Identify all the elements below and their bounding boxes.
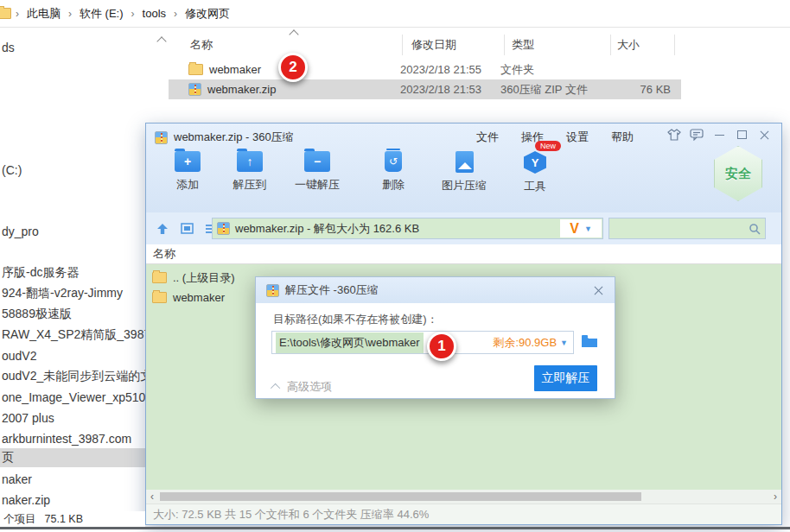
sort-caret-icon bbox=[290, 31, 297, 38]
sidebar-item[interactable]: RAW_X4_SP2精简版_3987.com bbox=[0, 326, 156, 345]
sidebar-scrollbar-up-icon[interactable] bbox=[158, 38, 165, 45]
toolbar-label: 解压到 bbox=[233, 177, 267, 193]
toolbar-label: 一键解压 bbox=[295, 177, 340, 193]
feedback-icon[interactable] bbox=[687, 127, 706, 142]
menu-file[interactable]: 文件 bbox=[476, 130, 499, 145]
file-type: 360压缩 ZIP 文件 bbox=[500, 82, 607, 98]
maximize-icon[interactable] bbox=[732, 127, 751, 142]
menu-settings[interactable]: 设置 bbox=[566, 130, 589, 145]
sidebar-item[interactable]: arkburnintest_3987.com bbox=[0, 429, 156, 448]
sidebar-item[interactable]: ds bbox=[0, 38, 156, 57]
close-icon[interactable] bbox=[755, 127, 774, 142]
breadcrumb-this-pc[interactable]: 此电脑 bbox=[27, 6, 61, 22]
folder-icon bbox=[152, 292, 167, 303]
zip-entry-label: webmaker bbox=[173, 291, 225, 304]
sidebar-item-selected[interactable]: 页 bbox=[0, 448, 156, 467]
sidebar-item[interactable]: 924-翻墙-v2ray-Jimmy bbox=[0, 284, 156, 303]
minimize-icon[interactable] bbox=[710, 127, 729, 142]
horizontal-scrollbar[interactable]: ‹ › bbox=[146, 490, 781, 504]
scroll-right-icon[interactable]: › bbox=[769, 491, 781, 503]
sidebar-item[interactable]: one_Image_Viewer_xp510.com bbox=[0, 388, 156, 407]
folder-icon bbox=[0, 8, 11, 19]
sidebar-item[interactable]: 58889极速版 bbox=[0, 305, 156, 324]
sidebar-item[interactable]: naker bbox=[0, 470, 156, 489]
file-row-webmaker-folder[interactable]: webmaker 2023/2/18 21:55 文件夹 bbox=[169, 60, 681, 79]
step-1-annotation: 1 bbox=[427, 332, 456, 361]
target-path-input[interactable]: E:\tools\修改网页\webmaker 剩余:90.9GB ▼ bbox=[271, 331, 574, 354]
zip-file-icon bbox=[188, 83, 201, 96]
column-header-date[interactable]: 修改日期 bbox=[411, 37, 456, 53]
address-dropdown[interactable]: V ▼ bbox=[560, 219, 602, 238]
breadcrumb-chevron-icon: › bbox=[174, 8, 177, 20]
toolbar-extract-to-button[interactable]: ↑ 解压到 bbox=[219, 151, 281, 193]
advanced-options-toggle[interactable]: 高级选项 bbox=[273, 379, 332, 395]
target-path-value: E:\tools\修改网页\webmaker bbox=[276, 332, 424, 353]
search-icon bbox=[749, 223, 761, 235]
items-count-label: 个项目 bbox=[3, 512, 36, 527]
extract-to-icon: ↑ bbox=[237, 151, 263, 172]
menu-help[interactable]: 帮助 bbox=[611, 130, 634, 145]
extract-now-button[interactable]: 立即解压 bbox=[534, 365, 597, 391]
file-name: webmaker.zip bbox=[207, 83, 276, 96]
file-row-webmaker-zip[interactable]: webmaker.zip 2023/2/18 21:53 360压缩 ZIP 文… bbox=[169, 79, 681, 99]
v-logo-icon: V bbox=[570, 221, 579, 237]
window-bottom-edge bbox=[0, 527, 790, 529]
toolbar-label: 工具 bbox=[524, 179, 546, 194]
zip-file-icon bbox=[266, 284, 279, 297]
view-thumbnails-icon[interactable] bbox=[177, 221, 196, 237]
column-header-type[interactable]: 类型 bbox=[512, 37, 534, 53]
chevron-up-icon bbox=[271, 383, 280, 393]
close-icon[interactable] bbox=[589, 282, 608, 298]
extract-dialog: 解压文件 -360压缩 目标路径(如果不存在将被创建)： E:\tools\修改… bbox=[255, 276, 615, 399]
folder-icon bbox=[152, 272, 167, 283]
zip-file-icon bbox=[155, 131, 168, 144]
search-input[interactable] bbox=[608, 218, 766, 239]
toolbar-tools-button[interactable]: Y 工具 New bbox=[504, 151, 566, 194]
breadcrumb-drive-e[interactable]: 软件 (E:) bbox=[80, 6, 124, 22]
chevron-down-icon[interactable]: ▼ bbox=[560, 339, 568, 347]
zip-status-bar: 大小: 72.5 KB 共 15 个文件和 6 个文件夹 压缩率 44.6% bbox=[146, 504, 781, 524]
breadcrumb-chevron-icon: › bbox=[68, 8, 72, 20]
sidebar-item[interactable]: 2007 plus bbox=[0, 408, 156, 428]
advanced-options-label: 高级选项 bbox=[287, 379, 332, 395]
folder-icon bbox=[188, 64, 203, 75]
address-text: webmaker.zip - 解包大小为 162.6 KB bbox=[235, 221, 419, 237]
toolbar-delete-button[interactable]: ↺ 删除 bbox=[362, 151, 424, 193]
sidebar-item[interactable]: naker.zip bbox=[0, 491, 156, 510]
scroll-left-icon[interactable]: ‹ bbox=[146, 491, 158, 503]
column-divider bbox=[402, 35, 403, 55]
step-2-annotation: 2 bbox=[278, 53, 308, 82]
toolbar-one-click-extract-button[interactable]: − 一键解压 bbox=[286, 151, 348, 193]
sidebar-item[interactable]: oudV2_未能同步到云端的文件 bbox=[0, 367, 156, 386]
address-bar[interactable]: webmaker.zip - 解包大小为 162.6 KB V ▼ bbox=[212, 218, 603, 239]
toolbar-add-button[interactable]: + 添加 bbox=[156, 151, 219, 193]
sidebar-item[interactable]: dy_pro bbox=[0, 222, 156, 241]
breadcrumb-chevron-icon: › bbox=[16, 8, 19, 20]
skin-icon[interactable] bbox=[665, 127, 684, 142]
file-date: 2023/2/18 21:53 bbox=[400, 83, 500, 96]
sidebar-item[interactable]: oudV2 bbox=[0, 346, 156, 365]
column-divider bbox=[610, 35, 611, 55]
file-type: 文件夹 bbox=[500, 62, 607, 78]
screen: › 此电脑 › 软件 (E:) › tools › 修改网页 ds (C:) d… bbox=[0, 0, 790, 532]
sidebar-item[interactable]: (C:) bbox=[0, 161, 156, 180]
toolbar-label: 添加 bbox=[176, 177, 199, 193]
toolbar-image-compress-button[interactable]: 图片压缩 bbox=[433, 151, 495, 193]
up-level-icon[interactable] bbox=[153, 221, 172, 237]
browse-folder-icon[interactable] bbox=[581, 334, 598, 351]
column-header-size[interactable]: 大小 bbox=[617, 37, 640, 53]
breadcrumb-tools[interactable]: tools bbox=[143, 7, 166, 20]
sidebar-item[interactable]: 序版-dc服务器 bbox=[0, 263, 156, 282]
window-title-text: webmaker.zip - 360压缩 bbox=[174, 130, 294, 145]
scrollbar-thumb[interactable] bbox=[160, 492, 641, 501]
address-row: webmaker.zip - 解包大小为 162.6 KB V ▼ bbox=[146, 212, 781, 244]
dialog-title-text: 解压文件 -360压缩 bbox=[285, 282, 379, 298]
zip-entry-label: .. (上级目录) bbox=[173, 270, 235, 286]
zip-column-header[interactable]: 名称 bbox=[146, 244, 781, 264]
trash-icon: ↺ bbox=[385, 151, 402, 172]
add-icon: + bbox=[175, 151, 201, 172]
column-header-name[interactable]: 名称 bbox=[190, 37, 213, 53]
breadcrumb-current-folder[interactable]: 修改网页 bbox=[185, 6, 230, 22]
file-date: 2023/2/18 21:55 bbox=[400, 63, 500, 76]
zip-file-icon bbox=[217, 222, 230, 235]
